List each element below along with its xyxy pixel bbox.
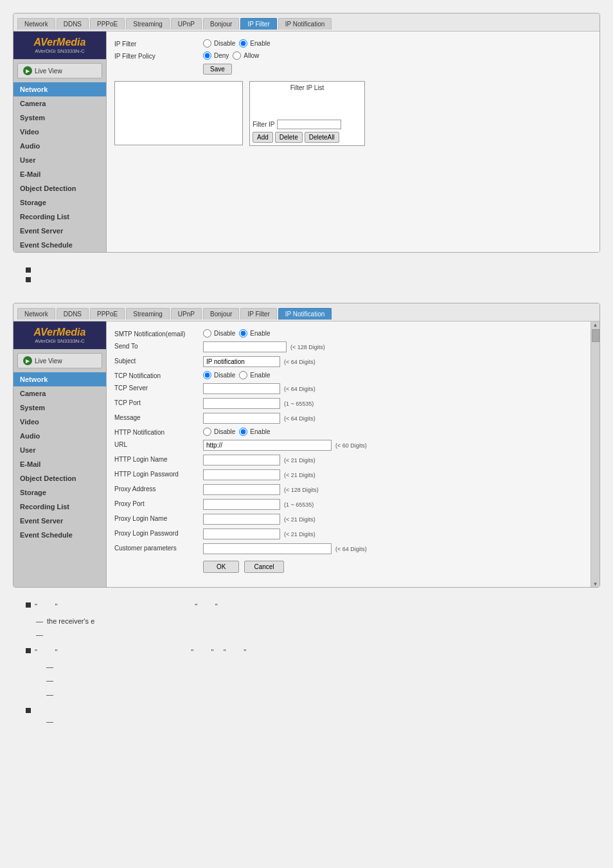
http-login-name-controls: (< 21 Digits) <box>203 455 315 466</box>
tab-ddns-1[interactable]: DDNS <box>57 18 89 30</box>
ip-filter-disable-radio[interactable] <box>203 39 211 48</box>
panel-ip-notification: Network DDNS PPPoE Streaming UPnP Bonjou… <box>13 303 600 588</box>
tcp-port-input[interactable] <box>203 398 280 409</box>
tab-ipnotification-2[interactable]: IP Notification <box>278 308 332 320</box>
sidebar-item-camera-1[interactable]: Camera <box>13 96 106 111</box>
proxy-address-input[interactable] <box>203 484 280 495</box>
message-label: Message <box>114 413 198 421</box>
tab-pppoe-2[interactable]: PPPoE <box>90 308 125 320</box>
text-between-panels <box>13 266 600 290</box>
tcp-enable-radio[interactable] <box>239 371 247 379</box>
message-input[interactable] <box>203 413 280 424</box>
tab-ddns-2[interactable]: DDNS <box>57 308 89 320</box>
policy-deny-label[interactable]: Deny <box>203 51 229 60</box>
tab-bar-2: Network DDNS PPPoE Streaming UPnP Bonjou… <box>13 303 600 321</box>
policy-allow-label[interactable]: Allow <box>233 51 259 60</box>
sidebar-item-email-2[interactable]: E-Mail <box>13 457 106 471</box>
ok-button[interactable]: OK <box>203 561 239 573</box>
tcp-server-input[interactable] <box>203 383 280 394</box>
customer-params-label: Customer parameters <box>114 543 198 552</box>
bullet-item-2 <box>26 275 587 282</box>
proxy-address-hint: (< 128 Digits) <box>284 487 319 493</box>
sidebar-item-email-1[interactable]: E-Mail <box>13 167 106 181</box>
sidebar-item-network-2[interactable]: Network <box>13 372 106 386</box>
sidebar-item-user-2[interactable]: User <box>13 443 106 457</box>
tab-network-1[interactable]: Network <box>17 18 55 30</box>
url-input[interactable] <box>203 440 332 451</box>
policy-deny-radio[interactable] <box>203 51 211 60</box>
proxy-port-input[interactable] <box>203 499 280 510</box>
smtp-enable-radio[interactable] <box>239 329 247 338</box>
smtp-disable-label[interactable]: Disable <box>203 329 235 338</box>
ip-filter-enable-label[interactable]: Enable <box>239 39 270 48</box>
http-login-name-input[interactable] <box>203 455 280 466</box>
tab-ipfilter-2[interactable]: IP Filter <box>240 308 276 320</box>
cancel-button[interactable]: Cancel <box>244 561 283 573</box>
tab-ipfilter-1[interactable]: IP Filter <box>240 18 276 30</box>
tcp-disable-radio[interactable] <box>203 371 211 379</box>
save-button-1[interactable]: Save <box>203 64 232 75</box>
sidebar-item-storage-2[interactable]: Storage <box>13 485 106 500</box>
http-disable-label[interactable]: Disable <box>203 428 235 436</box>
ip-filter-disable-label[interactable]: Disable <box>203 39 235 48</box>
http-login-password-input[interactable] <box>203 469 280 480</box>
sidebar-item-eventschedule-2[interactable]: Event Schedule <box>13 528 106 542</box>
send-to-label: Send To <box>114 341 198 350</box>
smtp-disable-radio[interactable] <box>203 329 211 338</box>
smtp-label: SMTP Notification(email) <box>114 329 198 338</box>
send-to-hint: (< 128 Digits) <box>290 344 325 350</box>
sidebar-item-storage-1[interactable]: Storage <box>13 195 106 210</box>
scrollbar-thumb[interactable] <box>592 329 600 342</box>
http-enable-radio[interactable] <box>239 428 247 436</box>
tab-streaming-1[interactable]: Streaming <box>126 18 170 30</box>
live-view-btn-1[interactable]: ▶ Live View <box>17 63 102 78</box>
sidebar-item-network-1[interactable]: Network <box>13 82 106 96</box>
sidebar-item-system-1[interactable]: System <box>13 111 106 125</box>
live-view-btn-2[interactable]: ▶ Live View <box>17 353 102 368</box>
send-to-input[interactable] <box>203 341 287 352</box>
tab-upnp-1[interactable]: UPnP <box>171 18 202 30</box>
tab-upnp-2[interactable]: UPnP <box>171 308 202 320</box>
sidebar-item-video-2[interactable]: Video <box>13 415 106 429</box>
sidebar-item-objectdetection-1[interactable]: Object Detection <box>13 181 106 195</box>
sidebar-item-camera-2[interactable]: Camera <box>13 386 106 401</box>
scrollbar[interactable]: ▲ ▼ <box>591 321 600 587</box>
tab-ipnotification-1[interactable]: IP Notification <box>278 18 332 30</box>
tcp-disable-label[interactable]: Disable <box>203 371 235 379</box>
subject-input[interactable] <box>203 356 280 367</box>
sidebar-item-user-1[interactable]: User <box>13 153 106 167</box>
delete-button[interactable]: Delete <box>275 132 303 143</box>
tab-pppoe-1[interactable]: PPPoE <box>90 18 125 30</box>
send-to-controls: (< 128 Digits) <box>203 341 325 352</box>
filter-table-area: Filter IP List Filter IP Add Delete Dele… <box>114 81 592 146</box>
ip-filter-enable-radio[interactable] <box>239 39 247 48</box>
deleteall-button[interactable]: DeleteAll <box>305 132 339 143</box>
tcp-enable-label[interactable]: Enable <box>239 371 270 379</box>
filter-ip-input[interactable] <box>277 120 341 129</box>
sidebar-item-audio-2[interactable]: Audio <box>13 429 106 443</box>
sidebar-item-recordinglist-2[interactable]: Recording List <box>13 500 106 514</box>
receiver-text: the receiver's e <box>47 615 94 628</box>
customer-params-hint: (< 64 Digits) <box>335 546 367 552</box>
tab-bonjour-1[interactable]: Bonjour <box>203 18 239 30</box>
customer-params-input[interactable] <box>203 543 332 554</box>
sidebar-item-video-1[interactable]: Video <box>13 125 106 139</box>
live-view-label-2: Live View <box>35 357 62 365</box>
sidebar-item-system-2[interactable]: System <box>13 401 106 415</box>
proxy-login-name-input[interactable] <box>203 514 280 525</box>
tab-bonjour-2[interactable]: Bonjour <box>203 308 239 320</box>
sidebar-item-eventschedule-1[interactable]: Event Schedule <box>13 238 106 252</box>
sidebar-item-recordinglist-1[interactable]: Recording List <box>13 210 106 224</box>
add-button[interactable]: Add <box>253 132 273 143</box>
policy-allow-radio[interactable] <box>233 51 241 60</box>
proxy-login-password-input[interactable] <box>203 529 280 539</box>
tab-network-2[interactable]: Network <box>17 308 55 320</box>
sidebar-item-objectdetection-2[interactable]: Object Detection <box>13 471 106 485</box>
smtp-enable-label[interactable]: Enable <box>239 329 270 338</box>
http-disable-radio[interactable] <box>203 428 211 436</box>
http-enable-label[interactable]: Enable <box>239 428 270 436</box>
sidebar-item-eventserver-1[interactable]: Event Server <box>13 224 106 238</box>
sidebar-item-eventserver-2[interactable]: Event Server <box>13 514 106 528</box>
sidebar-item-audio-1[interactable]: Audio <box>13 139 106 153</box>
tab-streaming-2[interactable]: Streaming <box>126 308 170 320</box>
